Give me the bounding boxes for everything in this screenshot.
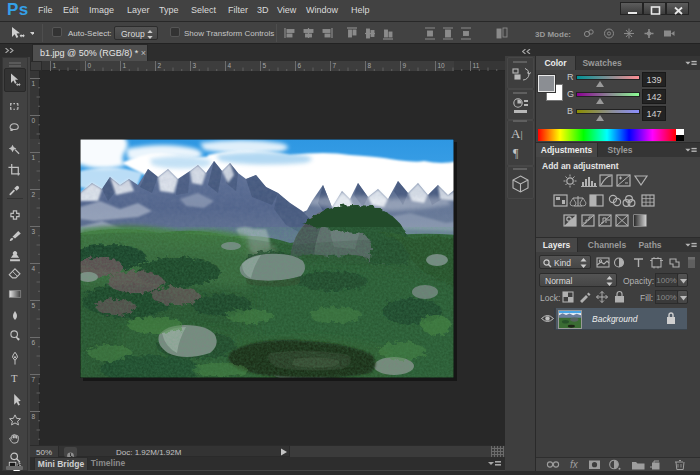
svg-text:3D Mode:: 3D Mode: (535, 30, 571, 39)
svg-text:2: 2 (32, 191, 36, 198)
svg-text:3: 3 (32, 228, 36, 235)
svg-text:9: 9 (403, 62, 407, 69)
svg-text:3: 3 (193, 62, 197, 69)
svg-text:1: 1 (32, 80, 36, 87)
svg-text:6: 6 (32, 339, 36, 346)
svg-text:1: 1 (123, 62, 127, 69)
svg-text:7: 7 (333, 62, 337, 69)
svg-text:2: 2 (158, 62, 162, 69)
svg-text:1: 1 (53, 62, 57, 69)
svg-text:8: 8 (368, 62, 372, 69)
svg-text:5: 5 (263, 62, 267, 69)
svg-text:T: T (11, 373, 18, 384)
svg-text:fx: fx (570, 459, 579, 470)
svg-text:7: 7 (32, 376, 36, 383)
svg-text:0: 0 (88, 62, 92, 69)
svg-text:11: 11 (473, 62, 480, 69)
svg-text:4: 4 (32, 265, 36, 272)
svg-text:0: 0 (32, 117, 36, 124)
svg-text:8: 8 (32, 413, 36, 420)
svg-text:6: 6 (298, 62, 302, 69)
svg-text:10: 10 (438, 62, 446, 69)
svg-text:5: 5 (32, 302, 36, 309)
svg-text:4: 4 (228, 62, 232, 69)
svg-text:1: 1 (32, 154, 36, 161)
